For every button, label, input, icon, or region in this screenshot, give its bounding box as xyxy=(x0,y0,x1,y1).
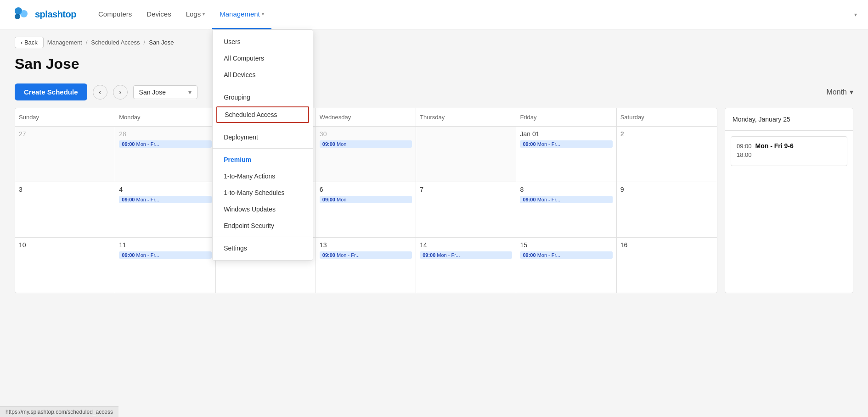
cal-cell-w3d6[interactable]: 15 09:00 Mon - Fr... xyxy=(516,238,616,293)
cal-date: 3 xyxy=(19,186,111,193)
cal-cell-w1d1[interactable]: 27 xyxy=(15,127,115,182)
dropdown-1-to-many-actions[interactable]: 1-to-Many Actions xyxy=(213,168,313,184)
breadcrumb-sep-2: / xyxy=(144,39,146,46)
dropdown-deployment[interactable]: Deployment xyxy=(213,129,313,145)
cal-event[interactable]: 09:00 Mon - Fr... xyxy=(320,251,412,259)
cal-event[interactable]: 09:00 Mon - Fr... xyxy=(520,140,612,148)
status-bar-url: https://my.splashtop.com/scheduled_acces… xyxy=(6,409,113,415)
cal-cell-w2d4[interactable]: 6 09:00 Mon xyxy=(316,182,416,237)
cal-cell-w2d6[interactable]: 8 09:00 Mon - Fr... xyxy=(516,182,616,237)
dropdown-divider-3 xyxy=(213,148,313,149)
dropdown-settings[interactable]: Settings xyxy=(213,240,313,256)
cal-date: Jan 01 xyxy=(520,130,612,138)
cal-date: 9 xyxy=(620,186,713,193)
cal-event[interactable]: 09:00 Mon - Fr... xyxy=(119,140,211,148)
breadcrumb-scheduled-access[interactable]: Scheduled Access xyxy=(91,39,140,46)
navbar-links: Computers Devices Logs ▾ Management ▾ Us… xyxy=(91,0,854,29)
cal-cell-w2d5[interactable]: 7 xyxy=(416,182,516,237)
month-chevron-icon: ▾ xyxy=(850,88,853,96)
cal-cell-w1d6[interactable]: Jan 01 09:00 Mon - Fr... xyxy=(516,127,616,182)
nav-computers[interactable]: Computers xyxy=(91,0,139,29)
dropdown-users[interactable]: Users xyxy=(213,33,313,50)
management-chevron-icon: ▾ xyxy=(262,11,264,17)
sidebar-event[interactable]: 09:00 Mon - Fri 9-6 18:00 xyxy=(731,136,847,166)
calendar-week-1: 27 28 09:00 Mon - Fr... 29 09:00 Mon - F… xyxy=(15,127,717,182)
cal-cell-w3d1[interactable]: 10 xyxy=(15,238,115,293)
breadcrumb-management[interactable]: Management xyxy=(47,39,82,46)
nav-management[interactable]: Management ▾ xyxy=(212,0,271,29)
cal-cell-w3d5[interactable]: 14 09:00 Mon - Fr... xyxy=(416,238,516,293)
cal-cell-w2d1[interactable]: 3 xyxy=(15,182,115,237)
cal-cell-w3d2[interactable]: 11 09:00 Mon - Fr... xyxy=(115,238,215,293)
dropdown-scheduled-access[interactable]: Scheduled Access xyxy=(216,106,309,123)
cal-cell-w1d7[interactable]: 2 xyxy=(617,127,717,182)
cal-header-saturday: Saturday xyxy=(617,108,717,126)
cal-cell-w1d4[interactable]: 30 09:00 Mon xyxy=(316,127,416,182)
cal-event[interactable]: 09:00 Mon - Fr... xyxy=(520,251,612,259)
cal-event[interactable]: 09:00 Mon xyxy=(320,140,412,148)
cal-event[interactable]: 09:00 Mon xyxy=(320,196,412,203)
calendar-next-button[interactable]: › xyxy=(113,85,128,100)
calendar-main: Sunday Monday Tuesday Wednesday Thursday… xyxy=(15,108,717,293)
page-wrapper: ‹ Back Management / Scheduled Access / S… xyxy=(0,29,868,417)
dropdown-grouping[interactable]: Grouping xyxy=(213,89,313,106)
dropdown-premium[interactable]: Premium xyxy=(213,151,313,168)
sidebar-event-end-time: 18:00 xyxy=(737,151,752,158)
cal-cell-w1d2[interactable]: 28 09:00 Mon - Fr... xyxy=(115,127,215,182)
cal-header-thursday: Thursday xyxy=(416,108,516,126)
dropdown-divider-2 xyxy=(213,126,313,126)
cal-cell-w1d5[interactable] xyxy=(416,127,516,182)
month-select-button[interactable]: Month ▾ xyxy=(827,88,853,96)
cal-date: 2 xyxy=(620,130,713,138)
splashtop-logo-icon xyxy=(11,5,31,25)
logs-chevron-icon: ▾ xyxy=(203,11,205,17)
cal-date: 28 xyxy=(119,130,211,138)
navbar: splashtop Computers Devices Logs ▾ Manag… xyxy=(0,0,868,29)
calendar-container: Sunday Monday Tuesday Wednesday Thursday… xyxy=(15,108,853,293)
breadcrumb-sep-1: / xyxy=(86,39,88,46)
create-schedule-button[interactable]: Create Schedule xyxy=(15,83,87,100)
nav-logs-label: Logs xyxy=(186,10,201,18)
dropdown-windows-updates[interactable]: Windows Updates xyxy=(213,201,313,217)
management-nav-wrapper: Management ▾ Users All Computers All Dev… xyxy=(212,0,271,29)
breadcrumb-san-jose: San Jose xyxy=(149,39,174,46)
cal-date: 15 xyxy=(520,241,612,249)
back-button[interactable]: ‹ Back xyxy=(15,37,44,48)
cal-event[interactable]: 09:00 Mon - Fr... xyxy=(420,251,512,259)
dropdown-all-devices[interactable]: All Devices xyxy=(213,67,313,83)
dropdown-endpoint-security[interactable]: Endpoint Security xyxy=(213,217,313,234)
logo: splashtop xyxy=(11,5,76,25)
cal-header-friday: Friday xyxy=(516,108,616,126)
group-select-chevron-icon: ▾ xyxy=(188,89,192,96)
dropdown-1-to-many-schedules[interactable]: 1-to-Many Schedules xyxy=(213,184,313,201)
cal-cell-w2d7[interactable]: 9 xyxy=(617,182,717,237)
nav-devices[interactable]: Devices xyxy=(139,0,178,29)
management-dropdown: Users All Computers All Devices Grouping… xyxy=(212,29,313,261)
dropdown-all-computers[interactable]: All Computers xyxy=(213,50,313,67)
calendar-prev-button[interactable]: ‹ xyxy=(93,85,107,100)
cal-event[interactable]: 09:00 Mon - Fr... xyxy=(520,196,612,203)
cal-event[interactable]: 09:00 Mon - Fr... xyxy=(119,196,211,203)
nav-management-label: Management xyxy=(220,10,260,18)
cal-cell-w2d2[interactable]: 4 09:00 Mon - Fr... xyxy=(115,182,215,237)
cal-cell-w3d4[interactable]: 13 09:00 Mon - Fr... xyxy=(316,238,416,293)
group-select[interactable]: San Jose ▾ xyxy=(133,85,197,99)
cal-date: 27 xyxy=(19,130,111,138)
page-title: San Jose xyxy=(15,56,853,72)
cal-header-sunday: Sunday xyxy=(15,108,115,126)
sidebar-date-header: Monday, January 25 xyxy=(725,108,853,131)
user-menu-chevron-icon[interactable]: ▾ xyxy=(854,11,857,18)
nav-logs[interactable]: Logs ▾ xyxy=(179,0,213,29)
calendar-toolbar: Create Schedule ‹ › San Jose ▾ Month ▾ xyxy=(15,83,853,100)
sidebar-event-name: Mon - Fri 9-6 xyxy=(755,142,794,150)
dropdown-divider-1 xyxy=(213,86,313,86)
cal-date: 13 xyxy=(320,241,412,249)
group-select-label: San Jose xyxy=(139,89,166,96)
cal-cell-w3d7[interactable]: 16 xyxy=(617,238,717,293)
cal-date: 4 xyxy=(119,186,211,193)
cal-event[interactable]: 09:00 Mon - Fr... xyxy=(119,251,211,259)
svg-point-2 xyxy=(15,14,20,19)
cal-header-wednesday: Wednesday xyxy=(316,108,416,126)
month-label: Month xyxy=(827,88,847,96)
sidebar-event-row-start: 09:00 Mon - Fri 9-6 xyxy=(737,142,841,150)
